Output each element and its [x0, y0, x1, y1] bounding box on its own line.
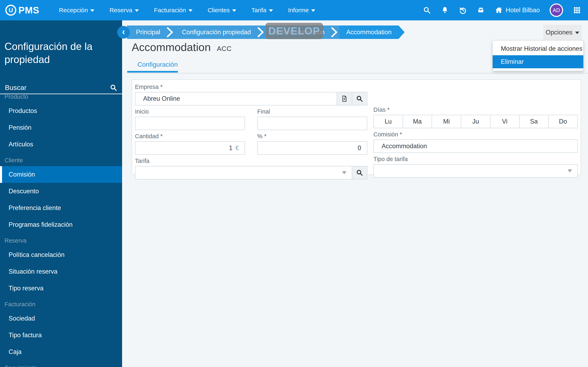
search-icon[interactable] — [110, 84, 117, 91]
page-code: ACC — [217, 45, 232, 53]
sidebar-item-politica-cancelacion[interactable]: Política cancelación — [0, 247, 122, 263]
tab-bar: Configuración — [132, 61, 183, 68]
cantidad-field-group: Cantidad * 1 € — [135, 133, 245, 155]
top-navigation-bar: U PMS Recepción Reserva Facturación Clie… — [0, 0, 588, 20]
day-button-sa[interactable]: Sa — [519, 115, 549, 128]
section-reserva: Reserva — [0, 235, 122, 247]
dias-field-group: Días * Lu Ma Mi Ju Vi Sa Do — [373, 106, 578, 128]
tarifa-label: Tarifa — [135, 158, 367, 164]
options-button[interactable]: Opciones — [543, 25, 582, 40]
menu-reserva-label: Reserva — [109, 7, 132, 14]
user-avatar[interactable]: AD — [550, 3, 563, 17]
logo-circle-icon: U — [5, 5, 16, 16]
search-icon — [356, 95, 363, 102]
sidebar-item-pension[interactable]: Pensión — [0, 119, 122, 136]
section-cliente: Cliente — [0, 154, 122, 166]
chevron-down-icon — [232, 9, 236, 12]
empresa-label: Empresa * — [135, 83, 367, 90]
configuration-form-panel: Empresa * — [132, 80, 581, 175]
sidebar-item-caja[interactable]: Caja — [0, 343, 122, 360]
page-title: Accommodation ACC — [132, 41, 232, 53]
chevron-down-icon — [568, 169, 572, 172]
main-menu: Recepción Reserva Facturación Clientes T… — [53, 0, 321, 20]
breadcrumb-chevron-icon — [256, 25, 266, 39]
day-button-vi[interactable]: Vi — [490, 115, 520, 128]
topbar-tools: Hotel Bilbao AD — [423, 3, 581, 17]
chevron-down-icon — [189, 9, 192, 12]
sidebar-item-productos[interactable]: Productos — [0, 103, 122, 119]
search-icon — [356, 169, 363, 176]
tab-configuracion[interactable]: Configuración — [132, 61, 183, 68]
day-button-ju[interactable]: Ju — [461, 115, 490, 128]
document-icon — [341, 95, 348, 102]
final-date-input[interactable] — [257, 117, 367, 130]
chevron-down-icon — [90, 9, 94, 12]
inicio-label: Inicio — [135, 108, 245, 115]
page-title-text: Accommodation — [132, 41, 211, 53]
chevron-down-icon — [269, 9, 273, 12]
sidebar-item-situacion-reserva[interactable]: Situación reserva — [0, 263, 122, 280]
dias-label: Días * — [373, 106, 578, 113]
menu-facturacion-label: Facturación — [154, 7, 186, 14]
cantidad-label: Cantidad * — [135, 133, 245, 140]
sidebar-item-preferencia-cliente[interactable]: Preferencia cliente — [0, 200, 122, 216]
cantidad-input[interactable]: 1 € — [135, 141, 245, 155]
empresa-input[interactable] — [135, 92, 337, 105]
tipo-tarifa-select[interactable] — [373, 164, 578, 178]
day-button-ma[interactable]: Ma — [403, 115, 432, 128]
menu-item-show-action-history[interactable]: Mostrar Historial de acciones — [493, 42, 583, 55]
breadcrumb-chevron-icon — [330, 25, 339, 39]
comision-input[interactable] — [373, 140, 578, 153]
history-icon[interactable] — [459, 6, 467, 14]
notifications-bell-icon[interactable] — [441, 6, 449, 14]
breadcrumb-chevron-icon — [165, 25, 175, 39]
app-logo[interactable]: U PMS — [5, 5, 39, 16]
menu-tarifa[interactable]: Tarifa — [245, 0, 279, 20]
apps-grid-icon[interactable] — [573, 6, 581, 14]
sidebar-nav: Producto Productos Pensión Artículos Cli… — [0, 95, 122, 367]
tab-active-underline — [127, 71, 178, 73]
tarifa-search-button[interactable] — [352, 166, 367, 179]
tarifa-select[interactable] — [135, 166, 352, 179]
menu-facturacion[interactable]: Facturación — [148, 0, 199, 20]
menu-tarifa-label: Tarifa — [251, 7, 266, 14]
sidebar-item-tipo-reserva[interactable]: Tipo reserva — [0, 280, 122, 297]
sidebar-search-input[interactable] — [5, 83, 110, 92]
inbox-icon[interactable] — [477, 6, 485, 14]
percent-field-group: % * 0 — [257, 133, 367, 155]
collapse-sidebar-button[interactable]: ‹ — [117, 26, 130, 39]
section-facturacion: Facturación — [0, 298, 122, 310]
breadcrumb-configuracion-propiedad[interactable]: Configuración propiedad — [175, 25, 256, 39]
breadcrumb-principal[interactable]: Principal — [127, 25, 165, 39]
comision-field-group: Comisión * — [373, 131, 578, 153]
menu-reserva[interactable]: Reserva — [103, 0, 145, 20]
sidebar-item-tipo-factura[interactable]: Tipo factura — [0, 327, 122, 343]
sidebar-item-articulos[interactable]: Artículos — [0, 136, 122, 153]
menu-informe-label: Informe — [288, 7, 309, 14]
sidebar-item-sociedad[interactable]: Sociedad — [0, 310, 122, 327]
sidebar-item-comision[interactable]: Comisión — [0, 166, 122, 183]
percent-input[interactable]: 0 — [257, 141, 367, 155]
sidebar-item-descuento[interactable]: Descuento — [0, 183, 122, 200]
chevron-down-icon — [342, 171, 346, 174]
inicio-date-input[interactable] — [135, 117, 245, 130]
options-dropdown-menu: Mostrar Historial de acciones Eliminar — [493, 40, 584, 71]
search-icon[interactable] — [423, 6, 431, 14]
sidebar-item-programas-fidelizacion[interactable]: Programas fidelización — [0, 216, 122, 233]
property-selector[interactable]: Hotel Bilbao — [495, 6, 540, 14]
menu-recepcion[interactable]: Recepción — [53, 0, 101, 20]
breadcrumb-accommodation[interactable]: Accommodation — [339, 25, 405, 39]
final-label: Final — [257, 108, 367, 115]
menu-informe[interactable]: Informe — [282, 0, 321, 20]
empresa-search-button[interactable] — [352, 92, 367, 105]
empresa-detail-button[interactable] — [337, 92, 352, 105]
inicio-field-group: Inicio — [135, 108, 245, 130]
day-button-mi[interactable]: Mi — [432, 115, 461, 128]
menu-item-eliminar[interactable]: Eliminar — [493, 55, 583, 68]
main-content: ‹ Principal Configuración propiedad prof… — [122, 20, 588, 367]
chevron-down-icon — [311, 9, 315, 12]
day-button-do[interactable]: Do — [548, 115, 578, 128]
day-button-lu[interactable]: Lu — [373, 115, 403, 128]
menu-recepcion-label: Recepción — [59, 7, 88, 14]
menu-clientes[interactable]: Clientes — [201, 0, 242, 20]
